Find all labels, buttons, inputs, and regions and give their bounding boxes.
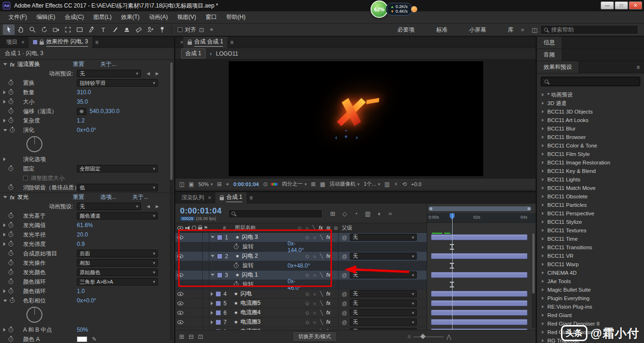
param-value[interactable]: 35.0 <box>77 98 88 105</box>
property-row[interactable]: 旋转0x-46.0° <box>175 280 427 289</box>
hand-tool-icon[interactable] <box>15 24 26 35</box>
parent-dropdown[interactable]: 无▾ <box>350 300 417 307</box>
property-track-row[interactable] <box>427 280 536 289</box>
parent-dropdown[interactable]: 无▾ <box>350 290 417 297</box>
menu-item[interactable]: 帮助(H) <box>222 13 250 21</box>
effects-category-item[interactable]: BCC11 Color & Tone <box>537 141 644 150</box>
panel-menu-icon[interactable]: ≡ <box>230 39 233 46</box>
visibility-eye-icon[interactable] <box>177 320 183 324</box>
point-target-button[interactable]: ⊕ <box>77 108 86 115</box>
layer-row[interactable]: 6★电流圈4◇☼╲fx@无▾ <box>175 308 427 318</box>
effects-category-item[interactable]: * 动画预设 <box>537 90 644 99</box>
layer-track-row[interactable] <box>427 252 536 261</box>
resolution-dropdown[interactable]: 四分之一▾ <box>282 180 307 188</box>
layer-duration-bar[interactable] <box>431 310 528 316</box>
label-column-icon[interactable]: ⚑ <box>203 223 209 232</box>
timeline-zoom-slider[interactable]: ⋀⋀ <box>408 334 451 340</box>
layer-color-chip[interactable] <box>217 253 223 259</box>
quality-switch-icon[interactable]: ╲ <box>320 253 323 259</box>
scrollbar[interactable] <box>532 233 535 328</box>
param-dropdown[interactable]: 扭转较平滑▾ <box>77 79 158 87</box>
effects-category-item[interactable]: Plugin Everything <box>537 294 644 302</box>
stopwatch-icon[interactable] <box>8 109 13 114</box>
menu-item[interactable]: 图层(L) <box>89 13 116 21</box>
effects-category-item[interactable]: BCC11 Obsolete <box>537 192 644 201</box>
tab-project[interactable]: 项目× <box>2 37 29 48</box>
expander-icon[interactable] <box>542 339 544 342</box>
effects-category-item[interactable]: BCC11 Match Move <box>537 184 644 192</box>
layer-search-input[interactable] <box>228 209 322 218</box>
magnification-dropdown[interactable]: 50%▾ <box>198 181 213 187</box>
stopwatch-icon[interactable] <box>234 282 239 287</box>
effect-link-button[interactable]: 重置 <box>73 60 84 68</box>
expander-icon[interactable] <box>3 328 6 332</box>
stopwatch-icon[interactable] <box>8 261 13 265</box>
shy-switch-icon[interactable]: ◇ <box>305 253 309 259</box>
parent-dropdown[interactable]: 无▾ <box>350 318 417 326</box>
lock-column-icon[interactable] <box>198 227 202 230</box>
eraser-tool-icon[interactable] <box>132 24 144 35</box>
layer-row[interactable]: 7★电流圈3◇☼╲fx@无▾ <box>175 318 427 327</box>
animation-preset-dropdown[interactable]: 无▾ <box>77 70 141 77</box>
expander-icon[interactable] <box>3 289 6 293</box>
collapse-switch-icon[interactable]: ☼ <box>313 301 317 306</box>
quality-switch-icon[interactable]: ╲ <box>320 235 323 240</box>
visibility-eye-icon[interactable] <box>177 311 183 315</box>
parent-dropdown[interactable]: 无▾ <box>350 253 417 260</box>
layer-duration-bar[interactable] <box>431 291 528 297</box>
param-dropdown[interactable]: 全部固定▾ <box>77 165 158 172</box>
grid-guides-icon[interactable]: ⊞ <box>217 181 222 188</box>
close-button[interactable]: ✕ <box>629 1 642 9</box>
layer-name[interactable]: 闪电 1 <box>242 271 258 279</box>
effects-category-item[interactable]: BCC11 Image Restoration <box>537 158 644 167</box>
layer-track-row[interactable] <box>427 289 536 299</box>
expand-layer-switches-icon[interactable]: ⊞ <box>179 333 184 340</box>
expander-icon[interactable] <box>3 196 7 198</box>
layer-name[interactable]: 闪电 2 <box>242 252 258 260</box>
expander-icon[interactable] <box>542 144 544 147</box>
eyedropper-icon[interactable]: ✎ <box>92 336 97 343</box>
layer-duration-bar[interactable] <box>431 300 528 306</box>
playhead-line[interactable] <box>452 213 453 330</box>
scrollbar[interactable] <box>170 61 173 340</box>
effects-category-item[interactable]: BCC11 Perspective <box>537 209 644 218</box>
collapse-switch-icon[interactable]: ☼ <box>313 310 317 315</box>
composition-frame[interactable]: ‹›⌃ <box>229 61 483 176</box>
scrollbar-thumb[interactable] <box>170 62 173 180</box>
pen-tool-icon[interactable] <box>85 24 97 35</box>
current-time-display[interactable]: 0:00:01:04 <box>180 206 222 216</box>
param-value[interactable]: 0x+0.0° <box>77 127 96 133</box>
stopwatch-icon[interactable] <box>234 245 239 249</box>
layer-duration-bar[interactable] <box>431 253 528 259</box>
parent-dropdown[interactable]: 无▾ <box>350 309 417 316</box>
param-value[interactable]: 1.0 <box>77 288 85 294</box>
effects-category-item[interactable]: BCC11 VR <box>537 252 644 260</box>
clone-stamp-tool-icon[interactable] <box>121 24 132 35</box>
shy-switch-icon[interactable]: ◇ <box>305 301 309 306</box>
pickwhip-icon[interactable]: @ <box>342 272 347 278</box>
next-preset-icon[interactable]: ▶ <box>156 71 159 76</box>
expander-icon[interactable] <box>542 195 544 198</box>
param-dropdown[interactable]: 后面▾ <box>77 250 158 257</box>
parent-dropdown[interactable]: 无▾ <box>350 234 417 241</box>
effects-category-item[interactable]: BCC11 Transitions <box>537 243 644 252</box>
panel-menu-icon[interactable]: ≡ <box>636 64 640 71</box>
param-value[interactable]: 0x+0.0° <box>77 297 96 304</box>
layer-name[interactable]: 电流圈5 <box>240 299 261 307</box>
stopwatch-icon[interactable] <box>8 270 13 275</box>
expander-icon[interactable] <box>3 157 6 161</box>
color-swatch[interactable] <box>77 336 87 342</box>
panel-menu-icon[interactable]: ≡ <box>249 195 253 201</box>
effects-category-item[interactable]: BCC11 Film Style <box>537 150 644 158</box>
expander-icon[interactable] <box>3 129 7 131</box>
effects-category-item[interactable]: BCC11 Art Looks <box>537 116 644 124</box>
menu-item[interactable]: 编辑(E) <box>32 13 60 21</box>
tab-comp-timeline[interactable]: 合成 1 <box>215 192 247 204</box>
audio-panel-tab[interactable]: 音频 <box>537 49 561 61</box>
expander-icon[interactable] <box>542 263 544 266</box>
stopwatch-icon[interactable] <box>8 99 13 104</box>
menu-item[interactable]: 动画(A) <box>144 13 173 21</box>
video-column-icon[interactable] <box>177 226 183 230</box>
layer-name[interactable]: 电流圈3 <box>240 318 261 326</box>
fx-switch-icon[interactable]: fx <box>326 319 330 325</box>
